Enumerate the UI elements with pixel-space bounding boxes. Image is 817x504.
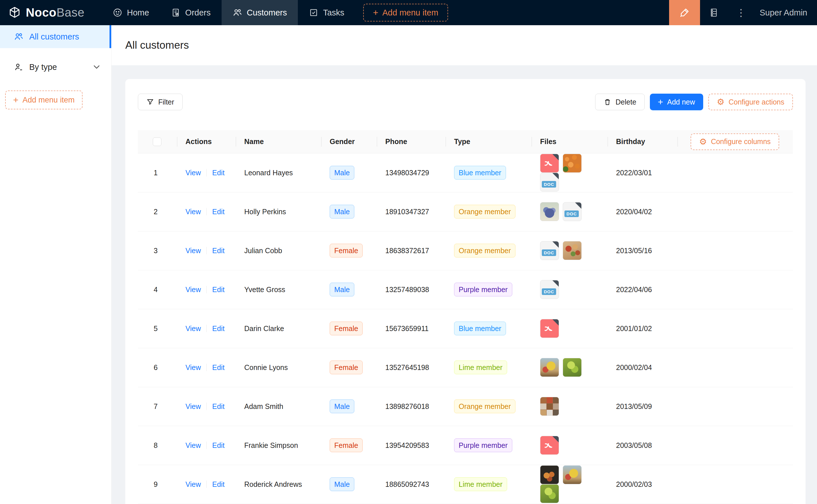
sidebar-item-by-type[interactable]: By type [0, 56, 111, 78]
image-thumbnail[interactable] [540, 465, 559, 484]
nav-item-home[interactable]: Home [102, 0, 160, 25]
name-cell: Leonard Hayes [236, 153, 321, 192]
navbar-add-menu-item-button[interactable]: + Add menu item [363, 4, 448, 21]
gender-cell: Female [321, 309, 377, 348]
nav-item-label: Home [127, 8, 149, 17]
folded-corner [552, 173, 559, 179]
ui-editor-button[interactable] [669, 0, 700, 25]
user-group-icon [14, 32, 23, 42]
view-link[interactable]: View [185, 324, 201, 332]
row-index-cell: 3 [138, 231, 177, 270]
row-index-cell: 8 [138, 426, 177, 465]
navbar-right-cluster: ⋮ Super Admin [669, 0, 817, 25]
sidebar-add-menu-item-button[interactable]: + Add menu item [5, 90, 82, 109]
phone-cell: 18910347327 [377, 192, 445, 231]
row-config-spacer-cell [678, 387, 793, 426]
phone-cell: 13898276018 [377, 387, 445, 426]
birthday-cell: 2000/02/04 [607, 348, 678, 387]
image-thumbnail[interactable] [563, 154, 582, 173]
configure-actions-button[interactable]: ⚙ Configure actions [708, 94, 793, 110]
gear-icon: ⚙ [717, 98, 725, 106]
image-thumbnail[interactable] [563, 241, 582, 260]
type-cell: Orange member [445, 231, 531, 270]
more-options-button[interactable]: ⋮ [728, 0, 755, 25]
edit-link[interactable]: Edit [212, 363, 225, 371]
edit-link[interactable]: Edit [212, 480, 225, 488]
image-thumbnail[interactable] [540, 397, 559, 416]
configure-columns-button[interactable]: ⚙ Configure columns [691, 133, 779, 150]
delete-button[interactable]: Delete [595, 94, 645, 110]
filter-button[interactable]: Filter [138, 94, 182, 110]
table-body: 1ViewEditLeonard HayesMale13498034729Blu… [138, 153, 793, 504]
nav-item-customers[interactable]: Customers [222, 0, 298, 25]
name-cell: Frankie Simpson [236, 426, 321, 465]
birthday-cell: 2003/05/08 [607, 426, 678, 465]
edit-link[interactable]: Edit [212, 402, 225, 410]
edit-link[interactable]: Edit [212, 324, 225, 332]
image-thumbnail[interactable] [563, 358, 582, 377]
row-config-spacer-cell [678, 309, 793, 348]
image-thumbnail[interactable] [540, 484, 559, 503]
phone-cell: 18865092743 [377, 465, 445, 504]
folded-corner [552, 241, 559, 248]
collections-panel-button[interactable] [700, 0, 728, 25]
view-link[interactable]: View [185, 480, 201, 488]
files-cell: DOC [531, 192, 607, 231]
image-thumbnail[interactable] [540, 202, 559, 221]
doc-label: DOC [542, 181, 556, 188]
top-navbar: NocoBase Home Orders Customers Tasks [0, 0, 817, 25]
row-actions-cell: ViewEdit [177, 192, 236, 231]
vertical-ellipsis-icon: ⋮ [736, 8, 746, 17]
birthday-cell: 2000/02/03 [607, 465, 678, 504]
nav-item-tasks[interactable]: Tasks [298, 0, 355, 25]
link-divider [207, 364, 207, 371]
tasks-icon [309, 8, 319, 17]
view-link[interactable]: View [185, 402, 201, 410]
image-thumbnail[interactable] [540, 358, 559, 377]
edit-link[interactable]: Edit [212, 286, 225, 294]
gender-badge: Male [330, 283, 354, 296]
phone-cell: 13257489038 [377, 270, 445, 309]
current-user-menu[interactable]: Super Admin [760, 8, 807, 17]
doc-file-icon[interactable]: DOC [540, 280, 559, 299]
doc-file-icon[interactable]: DOC [540, 173, 559, 192]
view-link[interactable]: View [185, 286, 201, 294]
gender-badge: Female [330, 244, 363, 257]
edit-link[interactable]: Edit [212, 441, 225, 449]
brand-text: NocoBase [26, 6, 84, 19]
customers-table: Actions Name Gender Phone Type Files Bir… [138, 130, 793, 504]
pdf-file-icon[interactable] [540, 436, 559, 455]
collections-icon [709, 7, 719, 18]
chevron-down-icon [92, 62, 101, 72]
edit-link[interactable]: Edit [212, 247, 225, 255]
view-link[interactable]: View [185, 441, 201, 449]
view-link[interactable]: View [185, 247, 201, 255]
view-link[interactable]: View [185, 363, 201, 371]
image-thumbnail[interactable] [563, 465, 582, 484]
row-actions-cell: ViewEdit [177, 465, 236, 504]
configure-columns-header-cell: ⚙ Configure columns [678, 130, 793, 153]
row-index-cell: 7 [138, 387, 177, 426]
nocobase-logo[interactable]: NocoBase [8, 6, 84, 19]
doc-file-icon[interactable]: DOC [540, 241, 559, 260]
birthday-cell: 2013/05/09 [607, 387, 678, 426]
pdf-file-icon[interactable] [540, 154, 559, 173]
row-actions-cell: ViewEdit [177, 231, 236, 270]
row-actions-cell: ViewEdit [177, 270, 236, 309]
table-row: 8ViewEditFrankie SimpsonFemale1395420958… [138, 426, 793, 465]
view-link[interactable]: View [185, 169, 201, 177]
doc-file-icon[interactable]: DOC [563, 202, 582, 221]
pdf-file-icon[interactable] [540, 319, 559, 338]
files-cell: DOC [531, 153, 607, 192]
nav-item-orders[interactable]: Orders [160, 0, 222, 25]
customers-icon [233, 8, 242, 17]
select-all-checkbox[interactable] [153, 137, 161, 146]
edit-link[interactable]: Edit [212, 208, 225, 216]
view-link[interactable]: View [185, 208, 201, 216]
name-cell: Roderick Andrews [236, 465, 321, 504]
add-new-button[interactable]: + Add new [650, 94, 703, 110]
sidebar-item-all-customers[interactable]: All customers [0, 25, 111, 48]
edit-link[interactable]: Edit [212, 169, 225, 177]
row-actions-cell: ViewEdit [177, 426, 236, 465]
doc-label: DOC [542, 249, 556, 256]
